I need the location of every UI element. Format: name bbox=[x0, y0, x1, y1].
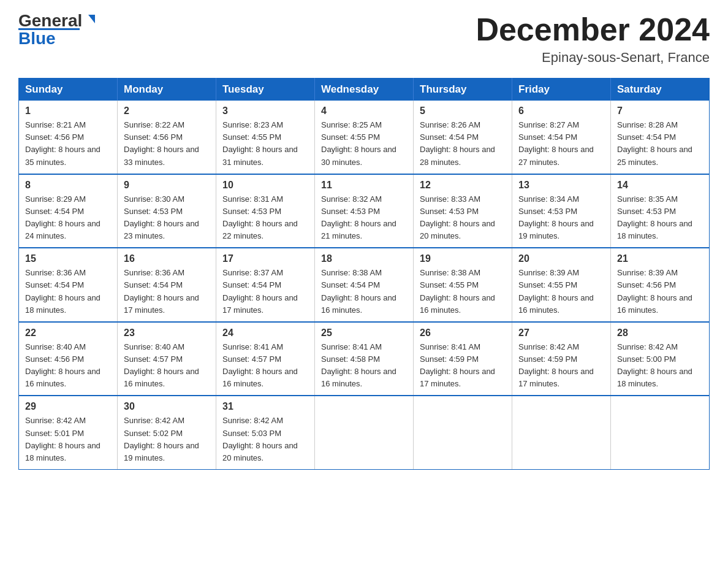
day-number: 3 bbox=[222, 105, 308, 117]
calendar-week-1: 1 Sunrise: 8:21 AMSunset: 4:56 PMDayligh… bbox=[19, 101, 710, 174]
day-info: Sunrise: 8:39 AMSunset: 4:55 PMDaylight:… bbox=[518, 268, 594, 314]
calendar-cell: 10 Sunrise: 8:31 AMSunset: 4:53 PMDaylig… bbox=[216, 174, 315, 248]
day-info: Sunrise: 8:29 AMSunset: 4:54 PMDaylight:… bbox=[25, 194, 100, 240]
logo: General Blue bbox=[18, 12, 95, 47]
day-info: Sunrise: 8:37 AMSunset: 4:54 PMDaylight:… bbox=[222, 268, 298, 314]
calendar-cell: 9 Sunrise: 8:30 AMSunset: 4:53 PMDayligh… bbox=[118, 174, 216, 248]
day-info: Sunrise: 8:39 AMSunset: 4:56 PMDaylight:… bbox=[617, 268, 692, 314]
day-number: 8 bbox=[25, 180, 111, 191]
calendar-cell: 3 Sunrise: 8:23 AMSunset: 4:55 PMDayligh… bbox=[216, 101, 315, 174]
calendar-week-2: 8 Sunrise: 8:29 AMSunset: 4:54 PMDayligh… bbox=[19, 174, 710, 248]
day-info: Sunrise: 8:21 AMSunset: 4:56 PMDaylight:… bbox=[25, 120, 100, 166]
day-info: Sunrise: 8:36 AMSunset: 4:54 PMDaylight:… bbox=[124, 268, 199, 314]
calendar-cell bbox=[512, 396, 611, 469]
day-info: Sunrise: 8:23 AMSunset: 4:55 PMDaylight:… bbox=[222, 120, 298, 166]
calendar-cell: 5 Sunrise: 8:26 AMSunset: 4:54 PMDayligh… bbox=[414, 101, 512, 174]
day-number: 27 bbox=[518, 327, 604, 339]
day-number: 15 bbox=[25, 253, 111, 264]
day-info: Sunrise: 8:41 AMSunset: 4:58 PMDaylight:… bbox=[321, 342, 396, 388]
day-info: Sunrise: 8:40 AMSunset: 4:56 PMDaylight:… bbox=[25, 342, 100, 388]
day-info: Sunrise: 8:25 AMSunset: 4:55 PMDaylight:… bbox=[321, 120, 396, 166]
day-info: Sunrise: 8:38 AMSunset: 4:54 PMDaylight:… bbox=[321, 268, 396, 314]
day-info: Sunrise: 8:36 AMSunset: 4:54 PMDaylight:… bbox=[25, 268, 100, 314]
calendar-cell: 30 Sunrise: 8:42 AMSunset: 5:02 PMDaylig… bbox=[118, 396, 216, 469]
day-number: 10 bbox=[222, 180, 308, 191]
day-info: Sunrise: 8:28 AMSunset: 4:54 PMDaylight:… bbox=[617, 120, 692, 166]
calendar-cell: 25 Sunrise: 8:41 AMSunset: 4:58 PMDaylig… bbox=[315, 322, 414, 396]
calendar-cell: 19 Sunrise: 8:38 AMSunset: 4:55 PMDaylig… bbox=[414, 248, 512, 322]
month-title: December 2024 bbox=[476, 12, 710, 47]
col-header-saturday: Saturday bbox=[611, 79, 710, 101]
calendar-cell: 23 Sunrise: 8:40 AMSunset: 4:57 PMDaylig… bbox=[118, 322, 216, 396]
day-number: 28 bbox=[617, 327, 703, 339]
calendar-cell: 29 Sunrise: 8:42 AMSunset: 5:01 PMDaylig… bbox=[19, 396, 118, 469]
day-number: 4 bbox=[321, 105, 407, 117]
day-number: 26 bbox=[420, 327, 506, 339]
day-number: 7 bbox=[617, 105, 703, 117]
calendar-cell: 28 Sunrise: 8:42 AMSunset: 5:00 PMDaylig… bbox=[611, 322, 710, 396]
calendar-cell: 12 Sunrise: 8:33 AMSunset: 4:53 PMDaylig… bbox=[414, 174, 512, 248]
day-info: Sunrise: 8:41 AMSunset: 4:57 PMDaylight:… bbox=[222, 342, 298, 388]
day-number: 25 bbox=[321, 327, 407, 339]
calendar-cell: 11 Sunrise: 8:32 AMSunset: 4:53 PMDaylig… bbox=[315, 174, 414, 248]
day-number: 18 bbox=[321, 253, 407, 264]
day-number: 17 bbox=[222, 253, 308, 264]
calendar-cell: 21 Sunrise: 8:39 AMSunset: 4:56 PMDaylig… bbox=[611, 248, 710, 322]
col-header-thursday: Thursday bbox=[414, 79, 512, 101]
day-info: Sunrise: 8:42 AMSunset: 5:03 PMDaylight:… bbox=[222, 416, 298, 462]
calendar-week-5: 29 Sunrise: 8:42 AMSunset: 5:01 PMDaylig… bbox=[19, 396, 710, 469]
day-number: 31 bbox=[222, 401, 308, 412]
calendar-cell: 16 Sunrise: 8:36 AMSunset: 4:54 PMDaylig… bbox=[118, 248, 216, 322]
day-number: 14 bbox=[617, 180, 703, 191]
calendar-cell: 24 Sunrise: 8:41 AMSunset: 4:57 PMDaylig… bbox=[216, 322, 315, 396]
calendar-cell: 1 Sunrise: 8:21 AMSunset: 4:56 PMDayligh… bbox=[19, 101, 118, 174]
calendar-table: SundayMondayTuesdayWednesdayThursdayFrid… bbox=[18, 78, 710, 470]
calendar-cell: 4 Sunrise: 8:25 AMSunset: 4:55 PMDayligh… bbox=[315, 101, 414, 174]
day-info: Sunrise: 8:42 AMSunset: 4:59 PMDaylight:… bbox=[518, 342, 594, 388]
logo-text: General bbox=[18, 12, 95, 29]
day-info: Sunrise: 8:32 AMSunset: 4:53 PMDaylight:… bbox=[321, 194, 396, 240]
day-info: Sunrise: 8:42 AMSunset: 5:00 PMDaylight:… bbox=[617, 342, 692, 388]
day-number: 30 bbox=[124, 401, 210, 412]
day-number: 2 bbox=[124, 105, 210, 117]
day-info: Sunrise: 8:42 AMSunset: 5:02 PMDaylight:… bbox=[124, 416, 199, 462]
calendar-cell: 2 Sunrise: 8:22 AMSunset: 4:56 PMDayligh… bbox=[118, 101, 216, 174]
calendar-cell: 22 Sunrise: 8:40 AMSunset: 4:56 PMDaylig… bbox=[19, 322, 118, 396]
day-info: Sunrise: 8:30 AMSunset: 4:53 PMDaylight:… bbox=[124, 194, 199, 240]
calendar-cell: 17 Sunrise: 8:37 AMSunset: 4:54 PMDaylig… bbox=[216, 248, 315, 322]
day-info: Sunrise: 8:33 AMSunset: 4:53 PMDaylight:… bbox=[420, 194, 495, 240]
day-number: 16 bbox=[124, 253, 210, 264]
day-number: 1 bbox=[25, 105, 111, 117]
col-header-sunday: Sunday bbox=[19, 79, 118, 101]
col-header-tuesday: Tuesday bbox=[216, 79, 315, 101]
day-number: 9 bbox=[124, 180, 210, 191]
calendar-cell: 20 Sunrise: 8:39 AMSunset: 4:55 PMDaylig… bbox=[512, 248, 611, 322]
day-number: 23 bbox=[124, 327, 210, 339]
day-number: 19 bbox=[420, 253, 506, 264]
page-header: General Blue December 2024 Epinay-sous-S… bbox=[18, 12, 710, 66]
day-info: Sunrise: 8:41 AMSunset: 4:59 PMDaylight:… bbox=[420, 342, 495, 388]
day-number: 24 bbox=[222, 327, 308, 339]
day-info: Sunrise: 8:22 AMSunset: 4:56 PMDaylight:… bbox=[124, 120, 199, 166]
day-number: 12 bbox=[420, 180, 506, 191]
day-number: 21 bbox=[617, 253, 703, 264]
calendar-cell: 8 Sunrise: 8:29 AMSunset: 4:54 PMDayligh… bbox=[19, 174, 118, 248]
day-info: Sunrise: 8:34 AMSunset: 4:53 PMDaylight:… bbox=[518, 194, 594, 240]
day-number: 6 bbox=[518, 105, 604, 117]
calendar-header-row: SundayMondayTuesdayWednesdayThursdayFrid… bbox=[19, 79, 710, 101]
calendar-cell: 26 Sunrise: 8:41 AMSunset: 4:59 PMDaylig… bbox=[414, 322, 512, 396]
calendar-cell: 13 Sunrise: 8:34 AMSunset: 4:53 PMDaylig… bbox=[512, 174, 611, 248]
day-info: Sunrise: 8:27 AMSunset: 4:54 PMDaylight:… bbox=[518, 120, 594, 166]
day-info: Sunrise: 8:38 AMSunset: 4:55 PMDaylight:… bbox=[420, 268, 495, 314]
day-number: 22 bbox=[25, 327, 111, 339]
calendar-week-4: 22 Sunrise: 8:40 AMSunset: 4:56 PMDaylig… bbox=[19, 322, 710, 396]
calendar-week-3: 15 Sunrise: 8:36 AMSunset: 4:54 PMDaylig… bbox=[19, 248, 710, 322]
col-header-monday: Monday bbox=[118, 79, 216, 101]
title-area: December 2024 Epinay-sous-Senart, France bbox=[476, 12, 710, 66]
calendar-cell: 15 Sunrise: 8:36 AMSunset: 4:54 PMDaylig… bbox=[19, 248, 118, 322]
day-number: 11 bbox=[321, 180, 407, 191]
calendar-cell: 27 Sunrise: 8:42 AMSunset: 4:59 PMDaylig… bbox=[512, 322, 611, 396]
calendar-cell: 18 Sunrise: 8:38 AMSunset: 4:54 PMDaylig… bbox=[315, 248, 414, 322]
calendar-cell bbox=[414, 396, 512, 469]
calendar-cell: 6 Sunrise: 8:27 AMSunset: 4:54 PMDayligh… bbox=[512, 101, 611, 174]
